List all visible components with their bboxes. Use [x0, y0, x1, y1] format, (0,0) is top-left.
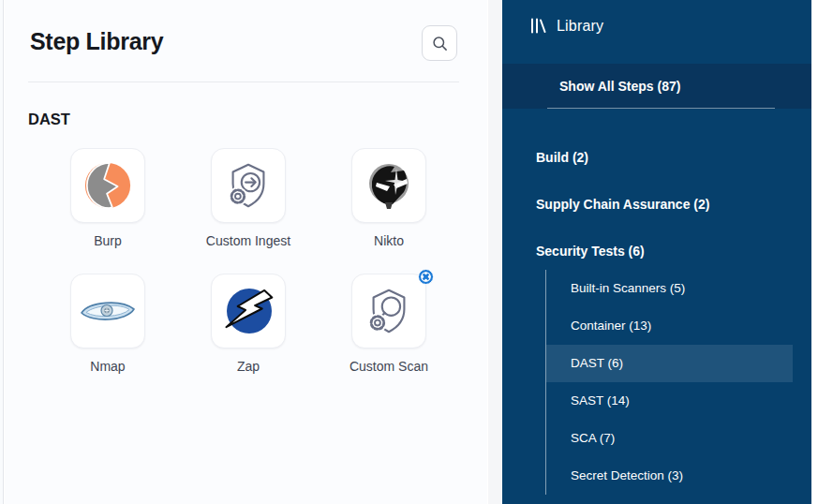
step-label: Burp [94, 233, 122, 248]
search-button[interactable] [422, 25, 457, 61]
sidebar-item-sast[interactable]: SAST (14) [546, 382, 793, 420]
step-card-burp[interactable] [70, 148, 145, 223]
sidebar-item-built-in-scanners[interactable]: Built-in Scanners (5) [546, 270, 793, 307]
step-card-custom-ingest[interactable] [211, 148, 286, 223]
header-divider [28, 82, 459, 82]
step-card-grid: Burp Custom Ingest [37, 148, 461, 399]
sidebar-item-supply-chain-assurance[interactable]: Supply Chain Assurance (2) [536, 197, 709, 212]
step-cell-nmap: Nmap [37, 274, 178, 399]
library-header: Library [529, 17, 603, 35]
sidebar-title: Library [557, 18, 603, 35]
sidebar-item-build[interactable]: Build (2) [536, 150, 588, 165]
step-label: Custom Scan [350, 359, 428, 374]
library-sidebar: Library Show All Steps (87) Build (2) Su… [502, 0, 811, 504]
nikto-logo-icon [364, 159, 413, 212]
step-cell-nikto: Nikto [319, 148, 459, 274]
right-edge-strip [811, 0, 818, 504]
sidebar-item-security-tests[interactable]: Security Tests (6) [536, 244, 645, 259]
step-card-nikto[interactable] [351, 148, 426, 223]
step-card-nmap[interactable] [70, 274, 145, 348]
library-books-icon [529, 17, 547, 35]
step-cell-custom-ingest: Custom Ingest [178, 148, 319, 274]
left-edge-strip [0, 0, 4, 504]
security-tests-sub-list: Built-in Scanners (5) Container (13) DAS… [545, 270, 793, 495]
step-label: Zap [237, 359, 260, 374]
step-card-custom-scan[interactable] [351, 274, 426, 348]
step-cell-zap: Zap [178, 274, 319, 399]
sidebar-item-secret-detection[interactable]: Secret Detection (3) [546, 457, 793, 495]
sidebar-item-sca[interactable]: SCA (7) [546, 420, 793, 457]
panel-gutter [488, 0, 502, 504]
step-label: Custom Ingest [206, 233, 290, 248]
step-cell-custom-scan: Custom Scan [319, 274, 459, 399]
section-title-dast: DAST [28, 111, 70, 128]
burp-logo-icon [82, 160, 133, 211]
custom-ingest-shield-icon [222, 159, 275, 212]
show-all-steps-item[interactable]: Show All Steps (87) [502, 64, 811, 109]
step-cell-burp: Burp [37, 148, 178, 274]
nmap-eye-icon [80, 297, 136, 325]
step-label: Nikto [374, 233, 404, 248]
show-all-steps-label: Show All Steps (87) [559, 64, 680, 109]
custom-scan-shield-icon [363, 285, 415, 337]
zap-lightning-icon [221, 284, 275, 338]
step-card-zap[interactable] [211, 274, 286, 348]
show-all-divider [547, 108, 775, 109]
blue-wheel-badge-icon [418, 269, 434, 285]
step-label: Nmap [90, 359, 125, 374]
step-library-panel: Step Library DAST Burp [5, 0, 487, 504]
page-title: Step Library [30, 28, 163, 55]
sidebar-item-container[interactable]: Container (13) [546, 307, 793, 345]
sidebar-item-dast-active[interactable]: DAST (6) [546, 345, 793, 382]
search-icon [432, 36, 448, 52]
